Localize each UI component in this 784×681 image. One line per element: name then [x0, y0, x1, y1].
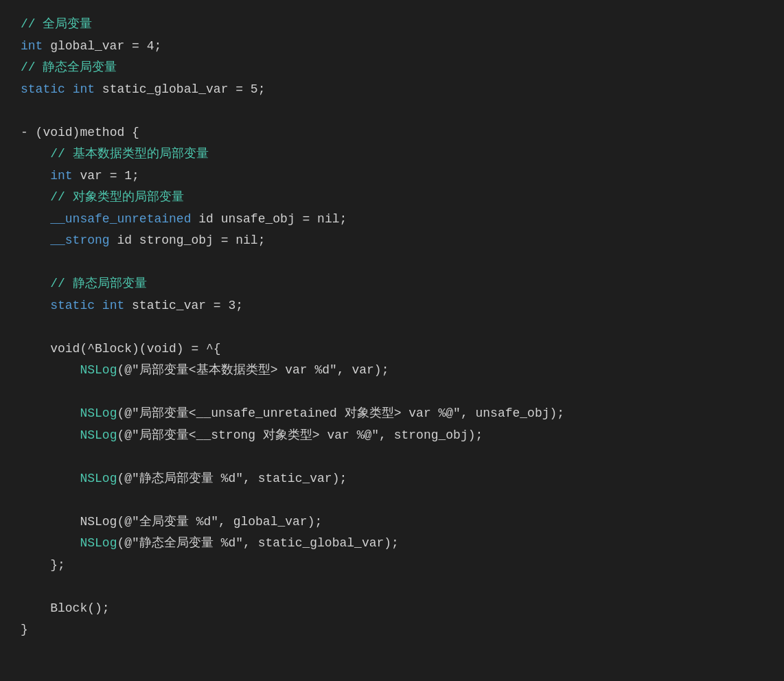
code-line: NSLog(@"局部变量<__strong 对象类型> var %@", str…	[21, 425, 763, 447]
code-line	[21, 446, 763, 468]
code-line	[21, 576, 763, 598]
code-line: // 对象类型的局部变量	[21, 187, 763, 209]
code-line: NSLog(@"局部变量<基本数据类型> var %d", var);	[21, 360, 763, 382]
code-line: Block();	[21, 598, 763, 620]
code-line: int global_var = 4;	[21, 36, 763, 58]
code-line: static int static_var = 3;	[21, 295, 763, 317]
code-line	[21, 382, 763, 404]
code-line	[21, 316, 763, 338]
code-line: }	[21, 619, 763, 641]
code-editor: // 全局变量int global_var = 4;// 静态全局变量stati…	[21, 14, 763, 641]
code-line: // 静态局部变量	[21, 273, 763, 295]
code-line: };	[21, 555, 763, 577]
code-line: __unsafe_unretained id unsafe_obj = nil;	[21, 209, 763, 231]
code-line: static int static_global_var = 5;	[21, 79, 763, 101]
code-line: // 静态全局变量	[21, 57, 763, 79]
code-line: NSLog(@"静态局部变量 %d", static_var);	[21, 468, 763, 490]
code-line	[21, 252, 763, 274]
code-line: // 基本数据类型的局部变量	[21, 143, 763, 165]
code-line: NSLog(@"全局变量 %d", global_var);	[21, 511, 763, 533]
code-line	[21, 489, 763, 511]
code-line	[21, 100, 763, 122]
code-line: - (void)method {	[21, 122, 763, 144]
code-line: NSLog(@"局部变量<__unsafe_unretained 对象类型> v…	[21, 403, 763, 425]
code-line: void(^Block)(void) = ^{	[21, 338, 763, 360]
code-line: __strong id strong_obj = nil;	[21, 230, 763, 252]
code-line: NSLog(@"静态全局变量 %d", static_global_var);	[21, 533, 763, 555]
code-line: // 全局变量	[21, 14, 763, 36]
code-line: int var = 1;	[21, 165, 763, 187]
